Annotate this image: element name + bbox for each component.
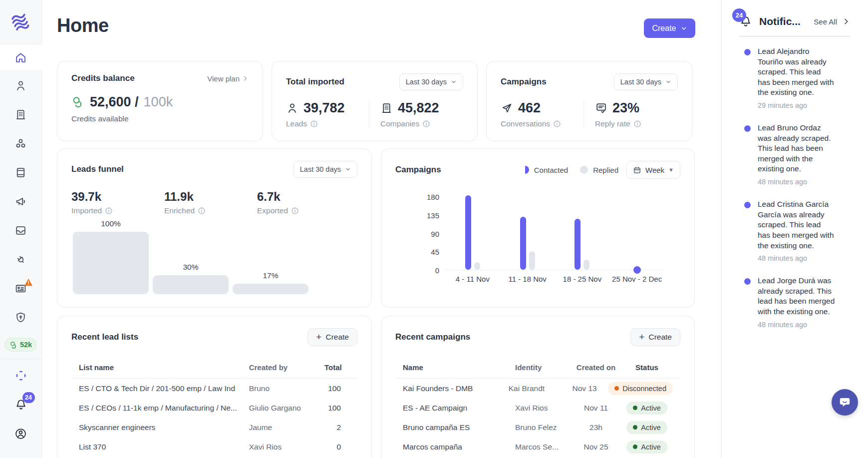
replied-legend-marker (580, 166, 588, 174)
sidebar-item-leads[interactable] (0, 71, 42, 100)
funnel-bars: 100% 30% 17% (73, 219, 308, 294)
imported-funnel-stat: 39.7k Imported (71, 190, 164, 215)
chat-launcher-button[interactable] (832, 389, 858, 416)
sidebar-item-security[interactable] (0, 303, 42, 332)
sidebar-item-account[interactable] (0, 419, 42, 448)
replied-bar (474, 262, 480, 270)
status-badge: Active (626, 402, 667, 415)
info-icon[interactable] (291, 207, 299, 215)
notification-item[interactable]: Lead Alejandro Touriño was already scrap… (744, 46, 868, 109)
notification-item[interactable]: Lead Cristina García García was already … (744, 199, 868, 262)
funnel-range-dropdown[interactable]: Last 30 days (293, 161, 357, 178)
list-total: 100 (324, 404, 350, 413)
col-created-by: Created by (249, 363, 324, 372)
list-total: 2 (324, 423, 350, 432)
list-total: 0 (324, 443, 350, 452)
info-icon[interactable] (105, 207, 113, 215)
stat-divider (583, 100, 584, 128)
col-name: Name (403, 363, 515, 372)
info-icon[interactable] (633, 120, 641, 128)
sidebar-credits-badge[interactable]: 52k (4, 338, 37, 352)
plus-icon: + (639, 332, 644, 342)
table-row[interactable]: Kai Founders - DMB Kai Brandt Nov 13 Dis… (395, 379, 680, 398)
credits-used-value: 52,600 / (90, 94, 139, 110)
campaigns-card-title: Campaigns (501, 77, 547, 87)
create-campaign-button[interactable]: + Create (630, 328, 680, 346)
create-campaign-label: Create (648, 333, 672, 342)
bar-group (555, 197, 610, 270)
notifications-list: Lead Alejandro Touriño was already scrap… (744, 46, 868, 329)
campaigns-range-dropdown[interactable]: Last 30 days (614, 73, 678, 90)
create-lead-list-button[interactable]: + Create (307, 328, 357, 346)
table-row[interactable]: ES / CEOs / 11-1k emp / Manufacturing / … (71, 398, 357, 418)
exported-funnel-stat: 6.7k Exported (257, 190, 350, 215)
leads-label: Leads (286, 119, 307, 128)
app-logo[interactable] (0, 0, 41, 44)
credits-balance-card: Credits balance View plan 52,600 / 100k … (57, 61, 263, 141)
sidebar-item-identities[interactable] (0, 274, 42, 303)
view-plan-link[interactable]: View plan (207, 74, 249, 83)
stat-divider (369, 100, 369, 128)
imported-funnel-value: 39.7k (71, 190, 164, 204)
campaign-name: Kai Founders - DMB (403, 384, 509, 393)
table-row[interactable]: ES - AE Campaign Xavi Rios Nov 11 Active (395, 398, 680, 418)
table-row[interactable]: Skyscanner engineers Jaume 2 (71, 418, 357, 437)
bar-group (445, 197, 500, 270)
sidebar-item-home[interactable] (0, 44, 42, 71)
table-row[interactable]: Marcos campaña Marcos Se... Nov 25 Activ… (395, 437, 680, 457)
notification-item[interactable]: Lead Jorge Durá was already scraped. Thi… (744, 276, 868, 328)
exported-funnel-value: 6.7k (257, 190, 350, 204)
notification-timestamp: 48 minutes ago (758, 321, 835, 329)
sidebar-item-scan[interactable] (0, 361, 42, 390)
info-icon[interactable] (310, 120, 318, 128)
leads-funnel-card: Leads funnel Last 30 days 39.7k Imported… (57, 148, 372, 308)
sidebar-item-companies[interactable] (0, 100, 42, 129)
contacted-bar (633, 266, 641, 274)
campaign-created-on: Nov 11 (571, 404, 621, 413)
see-all-link[interactable]: See All (814, 17, 837, 26)
building-icon (380, 102, 393, 114)
recent-campaigns-title: Recent campaigns (395, 332, 470, 342)
campaign-created-on: Nov 25 (571, 443, 621, 452)
table-row[interactable]: Bruno campaña ES Bruno Felez 23h Active (395, 418, 680, 437)
book-icon (14, 166, 27, 179)
status-dot-icon (614, 386, 619, 391)
view-plan-label: View plan (207, 74, 240, 83)
sidebar-item-inbox[interactable] (0, 216, 42, 245)
status-badge: Active (626, 421, 667, 434)
notification-item[interactable]: Lead Bruno Ordaz was already scraped. Th… (744, 123, 868, 186)
imported-funnel-label: Imported (71, 206, 102, 215)
create-button[interactable]: Create (644, 18, 695, 38)
status-label: Active (641, 443, 661, 451)
table-row[interactable]: List 370 Xavi Rios 0 (71, 437, 357, 457)
campaigns-header-row: Name Identity Created on Status (395, 363, 680, 379)
funnel-stage-enriched: 30% (153, 263, 229, 294)
campaigns-chart-card: Campaigns Contacted Replied Week ▼ 04590… (381, 148, 695, 308)
status-dot-icon (633, 445, 637, 449)
x-axis-label: 18 - 25 Nov (555, 275, 610, 283)
see-all-chevron[interactable] (842, 17, 850, 25)
sidebar-item-playbooks[interactable] (0, 158, 42, 187)
week-dropdown[interactable]: Week ▼ (626, 161, 680, 179)
chevron-down-icon (451, 79, 457, 85)
calendar-icon (633, 166, 641, 174)
bar-group (609, 197, 664, 270)
chat-check-icon (595, 102, 607, 114)
campaign-name: Marcos campaña (403, 443, 515, 452)
table-row[interactable]: ES / CTO & Tech Dir / 201-500 emp / Law … (71, 379, 357, 398)
info-icon[interactable] (422, 120, 430, 128)
col-created-on: Created on (571, 363, 621, 372)
sidebar-item-notifications[interactable]: 24 (0, 390, 42, 419)
contacted-bar (575, 219, 580, 270)
sidebar-item-integrations[interactable] (0, 245, 42, 274)
conversations-stat: 462 Conversations (501, 100, 583, 128)
campaign-identity: Marcos Se... (515, 443, 571, 452)
campaigns-range-label: Last 30 days (620, 78, 661, 86)
imported-range-dropdown[interactable]: Last 30 days (399, 73, 463, 90)
info-icon[interactable] (553, 120, 561, 128)
funnel-bar (153, 275, 229, 294)
sidebar-item-audiences[interactable] (0, 129, 42, 158)
y-tick-label: 180 (409, 193, 439, 201)
sidebar-item-campaigns[interactable] (0, 187, 42, 216)
info-icon[interactable] (198, 207, 206, 215)
